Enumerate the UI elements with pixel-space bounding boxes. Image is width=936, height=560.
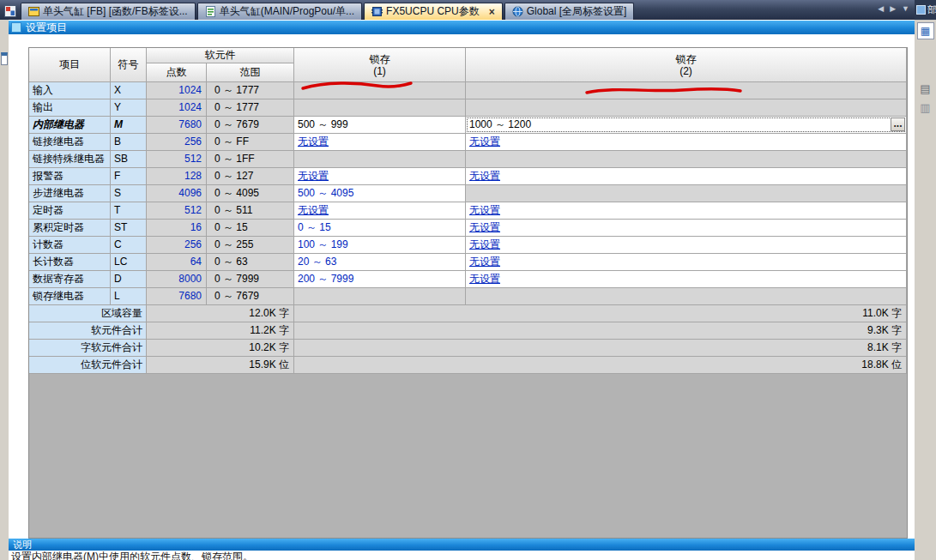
latch1-no-setting-link[interactable]: 无设置 xyxy=(294,168,466,185)
tab-scroll-controls: ◀ ▶ ▼ xyxy=(878,4,909,13)
global-label-icon xyxy=(512,6,523,17)
workspace-icon-glyph xyxy=(4,5,16,17)
header-points: 点数 xyxy=(147,63,207,82)
latch2-no-setting-link[interactable]: 无设置 xyxy=(466,237,907,254)
item-cell: 定时器 xyxy=(29,202,111,220)
latch1-no-setting-link[interactable]: 无设置 xyxy=(294,134,466,151)
latch1-range-cell[interactable]: 200 ～ 7999 xyxy=(294,271,466,288)
browse-button[interactable]: ... xyxy=(891,117,905,131)
symbol-cell: S xyxy=(111,185,147,202)
tab-program-editor[interactable]: 单头气缸(MAIN/ProgPou/单... xyxy=(197,3,362,20)
device-row: 报警器F1280 ～ 127无设置无设置 xyxy=(29,168,907,185)
app-window: 单头气缸 [FB] [函数/FB标签设... 单头气缸(MAIN/ProgPou… xyxy=(0,0,936,560)
points-cell[interactable]: 16 xyxy=(147,220,207,237)
device-row: 步进继电器S40960 ～ 4095500 ～ 4095 xyxy=(29,185,907,202)
element-selection-toolbar-button[interactable]: ▦ xyxy=(917,22,934,39)
latch1-value-cell[interactable]: 500 ～ 999 xyxy=(294,117,466,134)
latch2-no-setting-link[interactable]: 无设置 xyxy=(466,220,907,237)
points-cell[interactable]: 512 xyxy=(147,151,207,168)
points-cell[interactable]: 64 xyxy=(147,254,207,271)
header-symbol: 符号 xyxy=(111,48,147,82)
latch-range-input[interactable]: 1000 ～ 1200 xyxy=(469,118,531,130)
program-icon xyxy=(205,6,216,17)
settings-pane: 设置项目 项目符号软元件点数范围锁存(1)锁存(2)输入X10240 ～ 177… xyxy=(9,20,915,560)
item-cell: 锁存继电器 xyxy=(29,288,111,305)
points-cell[interactable]: 8000 xyxy=(147,271,207,288)
symbol-cell: L xyxy=(111,288,147,305)
latch2-cell xyxy=(466,99,907,117)
latch1-cell xyxy=(294,288,466,305)
device-row: 数据寄存器D80000 ～ 7999200 ～ 7999无设置 xyxy=(29,271,907,288)
header-latch1: 锁存(1) xyxy=(294,48,466,82)
element-selection-panel-tab[interactable]: 部... xyxy=(915,0,936,20)
range-cell[interactable]: 0 ～ 63 xyxy=(207,254,294,271)
symbol-cell: B xyxy=(111,134,147,151)
nav-forward-icon[interactable]: ▶ xyxy=(890,4,896,13)
header-latch2-line1: 锁存 xyxy=(676,53,697,65)
tab-global-label[interactable]: Global [全局标签设置] xyxy=(504,3,635,20)
tab-label: 单头气缸 [FB] [函数/FB标签设... xyxy=(43,4,188,19)
nav-back-icon[interactable]: ◀ xyxy=(878,4,884,13)
points-cell[interactable]: 1024 xyxy=(147,99,207,117)
summary-device-total-cell: 12.0K 字 xyxy=(147,305,294,322)
latch2-no-setting-link[interactable]: 无设置 xyxy=(466,168,907,185)
range-cell[interactable]: 0 ～ 1FF xyxy=(207,151,294,168)
points-cell[interactable]: 512 xyxy=(147,202,207,220)
device-row: 输入X10240 ～ 1777 xyxy=(29,82,907,99)
latch1-no-setting-link[interactable]: 无设置 xyxy=(294,202,466,220)
latch1-range-cell[interactable]: 20 ～ 63 xyxy=(294,254,466,271)
points-cell[interactable]: 128 xyxy=(147,168,207,185)
points-cell[interactable]: 7680 xyxy=(147,117,207,134)
points-cell[interactable]: 1024 xyxy=(147,82,207,99)
symbol-cell: ST xyxy=(111,220,147,237)
points-cell[interactable]: 256 xyxy=(147,134,207,151)
summary-label-cell: 区域容量 xyxy=(29,305,147,322)
device-row: 长计数器LC640 ～ 6320 ～ 63无设置 xyxy=(29,254,907,271)
summary-latch-total-cell: 8.1K 字 xyxy=(294,340,907,357)
description-text: 设置内部继电器(M)中使用的软元件点数、锁存范围。 (但FX5UJ的软元件点数、… xyxy=(11,551,253,560)
item-cell: 数据寄存器 xyxy=(29,271,111,288)
tab-cpu-parameter[interactable]: FX5UCPU CPU参数 × xyxy=(364,3,503,20)
item-cell: 长计数器 xyxy=(29,254,111,271)
latch2-cell xyxy=(466,288,907,305)
device-row: 输出Y10240 ～ 1777 xyxy=(29,99,907,117)
close-tab-icon[interactable]: × xyxy=(489,7,495,17)
range-cell[interactable]: 0 ～ 127 xyxy=(207,168,294,185)
range-cell[interactable]: 0 ～ 7999 xyxy=(207,271,294,288)
latch1-range-cell[interactable]: 100 ～ 199 xyxy=(294,237,466,254)
latch2-no-setting-link[interactable]: 无设置 xyxy=(466,134,907,151)
range-cell[interactable]: 0 ～ 255 xyxy=(207,237,294,254)
latch2-no-setting-link[interactable]: 无设置 xyxy=(466,254,907,271)
points-cell[interactable]: 256 xyxy=(147,237,207,254)
list-view-icon[interactable]: ▤ xyxy=(919,82,932,95)
panel-tab-label: 部... xyxy=(927,3,936,16)
range-cell[interactable]: 0 ～ 15 xyxy=(207,220,294,237)
workspace-icon[interactable] xyxy=(4,5,16,17)
summary-row: 位软元件合计15.9K 位18.8K 位 xyxy=(29,357,907,374)
device-row: 计数器C2560 ～ 255100 ～ 199无设置 xyxy=(29,237,907,254)
fb-label-icon xyxy=(28,6,39,17)
tab-fb-label-editor[interactable]: 单头气缸 [FB] [函数/FB标签设... xyxy=(21,3,196,20)
range-cell[interactable]: 0 ～ 1777 xyxy=(207,82,294,99)
latch2-cell xyxy=(466,151,907,168)
latch2-edit-cell[interactable]: 1000 ～ 1200... xyxy=(466,117,907,134)
header-device-group: 软元件点数范围 xyxy=(147,48,294,82)
tree-view-icon[interactable]: ▥ xyxy=(919,101,932,114)
latch2-no-setting-link[interactable]: 无设置 xyxy=(466,202,907,220)
symbol-cell: C xyxy=(111,237,147,254)
docked-window-icon[interactable] xyxy=(1,52,8,65)
points-cell[interactable]: 4096 xyxy=(147,185,207,202)
latch2-no-setting-link[interactable]: 无设置 xyxy=(466,271,907,288)
latch1-range-cell[interactable]: 500 ～ 4095 xyxy=(294,185,466,202)
tab-list-dropdown-icon[interactable]: ▼ xyxy=(902,4,909,13)
device-row: 内部继电器M76800 ～ 7679500 ～ 9991000 ～ 1200..… xyxy=(29,117,907,134)
range-cell[interactable]: 0 ～ 1777 xyxy=(207,99,294,117)
points-cell[interactable]: 7680 xyxy=(147,288,207,305)
range-cell[interactable]: 0 ～ FF xyxy=(207,134,294,151)
range-cell[interactable]: 0 ～ 7679 xyxy=(207,288,294,305)
latch1-range-cell[interactable]: 0 ～ 15 xyxy=(294,220,466,237)
range-cell[interactable]: 0 ～ 511 xyxy=(207,202,294,220)
range-cell[interactable]: 0 ～ 7679 xyxy=(207,117,294,134)
tab-label: FX5UCPU CPU参数 xyxy=(386,4,480,19)
range-cell[interactable]: 0 ～ 4095 xyxy=(207,185,294,202)
